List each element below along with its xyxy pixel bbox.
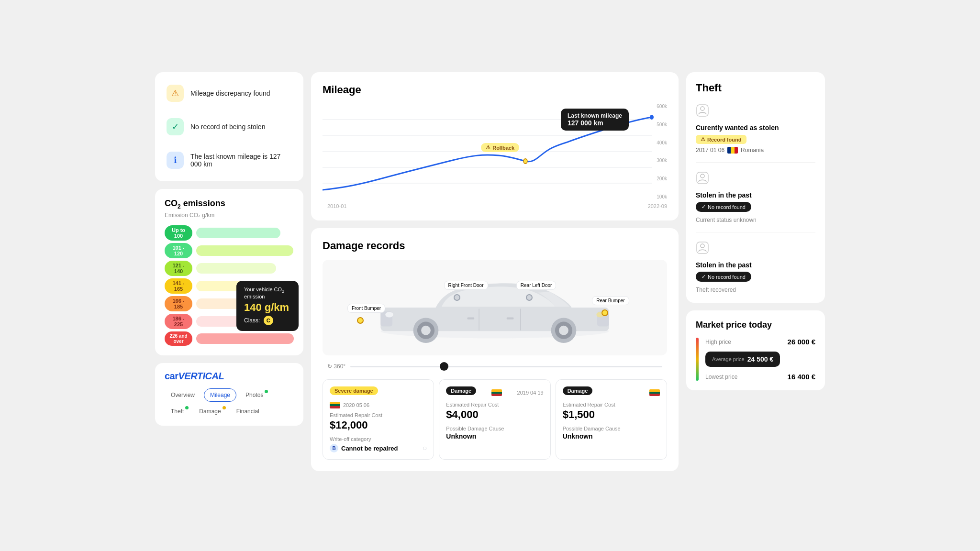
svg-point-21 <box>385 312 393 318</box>
theft-person-icon-3 <box>696 241 815 257</box>
co2-label-7: 226 and over <box>165 331 192 346</box>
360-slider[interactable]: ↻ 360° <box>323 363 667 370</box>
check-small-icon-2: ✓ <box>702 274 706 280</box>
market-title: Market price today <box>696 320 815 330</box>
carvertical-logo: carVERTICAL <box>165 371 294 382</box>
y-label-400k: 400k <box>648 140 667 145</box>
co2-fill-7 <box>196 333 294 344</box>
high-price-label: High price <box>705 339 731 345</box>
damage-badge-1: Severe damage <box>330 386 378 395</box>
theft-person-icon-2 <box>696 171 815 187</box>
theft-dot <box>185 406 189 409</box>
low-price-value: 16 400 € <box>788 373 815 381</box>
damage-record-3: Damage Estimated Repair Cost $1,500 Poss… <box>556 379 667 460</box>
alert-stolen-text: No record of being stolen <box>190 123 265 131</box>
nav-tab-mileage[interactable]: Mileage <box>204 388 236 402</box>
price-row-low: Lowest price 16 400 € <box>705 373 815 381</box>
damage-cause-label-3: Possible Damage Cause <box>563 426 660 431</box>
rear-bumper-label: Rear Bumper <box>592 296 629 305</box>
damage-records-row: Severe damage 2020 05 06 Estimated Repai… <box>323 379 667 460</box>
co2-label-2: 101 - 120 <box>165 243 192 258</box>
damage-cost-2: $4,000 <box>446 408 543 421</box>
right-column: Theft Curently wanted as stolen ⚠ Record… <box>686 72 825 471</box>
svg-point-28 <box>701 244 704 248</box>
y-label-600k: 600k <box>648 104 667 109</box>
co2-bar-row-7: 226 and over <box>165 331 294 346</box>
theft-wanted-meta: 2017 01 06 Romania <box>696 147 815 154</box>
check-icon: ✓ <box>167 118 184 135</box>
nav-tab-overview[interactable]: Overview <box>165 388 201 402</box>
flag-lt-2 <box>491 389 502 396</box>
check-small-icon-1: ✓ <box>702 204 706 210</box>
high-price-value: 26 000 € <box>788 338 815 346</box>
info-icon: ℹ <box>167 152 184 169</box>
co2-bars: Up to 100 101 - 120 121 - 140 Your vehic… <box>165 225 294 346</box>
svg-point-11 <box>421 326 431 335</box>
360-icon: ↻ 360° <box>327 363 345 370</box>
co2-label-4: 141 - 165 <box>165 278 192 294</box>
co2-fill-3 <box>196 263 276 274</box>
damage-cause-3: Unknown <box>563 432 660 440</box>
slider-thumb[interactable] <box>440 362 448 371</box>
alert-stolen: ✓ No record of being stolen <box>161 111 298 142</box>
co2-card: CO2 emissions Emission CO₂ g/km Up to 10… <box>155 189 303 355</box>
damage-record-2: Damage 2019 04 19 Estimated Repair Cost … <box>439 379 550 460</box>
theft-country: Romania <box>741 147 764 154</box>
warning-icon: ⚠ <box>167 85 184 102</box>
avg-price-label: Average price <box>712 356 745 362</box>
nav-tab-photos[interactable]: Photos <box>239 388 269 402</box>
damage-title: Damage records <box>323 240 667 252</box>
co2-tooltip-value: 140 g/km <box>244 301 291 314</box>
alert-info-text: The last known mileage is 127 000 km <box>190 153 292 168</box>
damage-record-1: Severe damage 2020 05 06 Estimated Repai… <box>323 379 434 460</box>
theft-person-icon-1 <box>696 104 815 120</box>
b-badge: B <box>330 444 338 452</box>
theft-status-2: Theft recovered <box>696 287 815 293</box>
co2-subtitle: Emission CO₂ g/km <box>165 212 294 219</box>
co2-label-5: 166 - 185 <box>165 296 192 311</box>
app-container: ⚠ Mileage discrepancy found ✓ No record … <box>155 72 825 479</box>
theft-past-title-2: Stolen in the past <box>696 261 815 269</box>
middle-column: Mileage 600k 500k 400k 300k 200k 100k La… <box>311 72 679 471</box>
alerts-card: ⚠ Mileage discrepancy found ✓ No record … <box>155 72 303 181</box>
co2-title: CO2 emissions <box>165 198 294 210</box>
damage-badge-3: Damage <box>563 386 593 395</box>
nav-tab-financial[interactable]: Financial <box>230 405 266 418</box>
svg-point-24 <box>701 107 704 110</box>
record-found-badge: ⚠ Record found <box>696 135 746 144</box>
theft-status-1: Current status unknown <box>696 217 815 223</box>
logo-nav-card: carVERTICAL Overview Mileage Photos Thef… <box>155 363 303 426</box>
theft-wanted-title: Curently wanted as stolen <box>696 124 815 132</box>
record-found-text: Record found <box>707 137 742 143</box>
y-label-500k: 500k <box>648 122 667 127</box>
alert-mileage-text: Mileage discrepancy found <box>190 89 270 97</box>
nav-tab-damage[interactable]: Damage <box>193 405 227 418</box>
co2-bar-row-1: Up to 100 <box>165 225 294 241</box>
photos-dot <box>265 390 268 393</box>
svg-point-14 <box>559 326 568 335</box>
damage-date-text-1: 2020 05 06 <box>343 402 369 408</box>
y-label-300k: 300k <box>648 158 667 163</box>
rollback-label: ⚠ Rollback <box>481 143 519 152</box>
damage-cause-label-2: Possible Damage Cause <box>446 426 543 431</box>
slider-track[interactable] <box>350 366 662 367</box>
theft-date: 2017 01 06 <box>696 147 724 154</box>
alert-info: ℹ The last known mileage is 127 000 km <box>161 145 298 176</box>
chart-x-labels: 2010-01 2022-09 <box>323 203 667 209</box>
y-label-200k: 200k <box>648 176 667 181</box>
price-gradient-bar <box>696 338 699 381</box>
damage-cost-label-2: Estimated Repair Cost <box>446 402 543 408</box>
nav-tab-theft[interactable]: Theft <box>165 405 190 418</box>
damage-cost-label-3: Estimated Repair Cost <box>563 402 660 408</box>
nav-tabs[interactable]: Overview Mileage Photos Theft Damage Fin… <box>165 388 294 418</box>
car-diagram: Front Bumper Right Front Door Rear Left … <box>323 260 667 355</box>
price-list: High price 26 000 € Average price 24 500… <box>705 338 815 381</box>
mileage-value: 127 000 km <box>568 119 603 127</box>
avg-price-badge: Average price 24 500 € <box>705 352 780 367</box>
price-bar-container: High price 26 000 € Average price 24 500… <box>696 338 815 381</box>
x-label-start: 2010-01 <box>327 203 346 209</box>
svg-point-26 <box>701 174 704 178</box>
theft-card: Theft Curently wanted as stolen ⚠ Record… <box>686 72 825 303</box>
damage-badge-2: Damage <box>446 386 476 395</box>
front-bumper-label: Front Bumper <box>347 304 385 313</box>
